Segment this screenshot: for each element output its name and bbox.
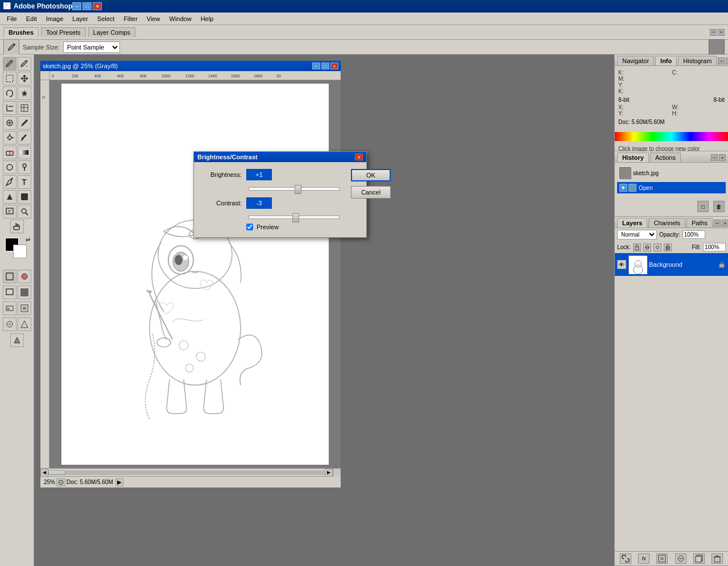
delete-layer-btn[interactable] xyxy=(712,553,723,564)
dodge-btn[interactable] xyxy=(18,160,31,174)
background-color[interactable] xyxy=(13,245,27,258)
scroll-left-btn[interactable]: ◀ xyxy=(40,469,48,477)
zoom-out-btn[interactable] xyxy=(56,478,65,486)
tab-layers[interactable]: Layers xyxy=(617,218,647,228)
tab-actions[interactable]: Actions xyxy=(650,152,681,162)
menu-window[interactable]: Window xyxy=(165,14,196,23)
screen-mode-btn[interactable] xyxy=(3,286,16,299)
tab-info[interactable]: Info xyxy=(655,56,677,65)
text-tool-btn[interactable]: T xyxy=(18,175,31,189)
opacity-input[interactable] xyxy=(682,230,705,239)
doc-maximize-btn[interactable]: □ xyxy=(321,63,329,69)
info-icon[interactable] xyxy=(709,39,725,55)
tab-navigator[interactable]: Navigator xyxy=(617,56,654,65)
clone-stamp-btn[interactable] xyxy=(3,131,16,144)
lock-transparent-btn[interactable] xyxy=(633,243,641,251)
extra-tool-3[interactable] xyxy=(3,317,16,331)
extra-tool-2[interactable] xyxy=(18,301,31,315)
rectangular-marquee-btn[interactable] xyxy=(3,72,16,85)
heal-tool-btn[interactable] xyxy=(3,116,16,130)
tab-channels[interactable]: Channels xyxy=(648,218,685,228)
minimize-button[interactable]: ─ xyxy=(72,2,81,10)
info-panel-minimize[interactable]: ─ xyxy=(718,57,725,64)
normal-mode-btn[interactable] xyxy=(3,270,16,283)
canvas-viewport[interactable] xyxy=(49,80,341,468)
menu-image[interactable]: Image xyxy=(42,14,68,23)
close-button[interactable]: × xyxy=(93,2,102,10)
history-panel-minimize[interactable]: ─ xyxy=(711,154,718,161)
sample-size-select[interactable]: Point Sample 3 by 3 Average 5 by 5 Avera… xyxy=(63,42,120,53)
bc-close-btn[interactable]: × xyxy=(355,154,363,160)
quick-mask-btn[interactable] xyxy=(18,270,31,283)
extra-tool-1[interactable] xyxy=(3,301,16,315)
crop-tool-btn[interactable] xyxy=(3,101,16,115)
panel-minimize-btn[interactable]: ─ xyxy=(710,29,717,36)
tab-brushes[interactable]: Brushes xyxy=(3,27,39,37)
zoom-tool-btn[interactable] xyxy=(18,205,31,218)
lock-all-btn[interactable] xyxy=(664,243,672,251)
menu-select[interactable]: Select xyxy=(93,14,119,23)
history-delete-btn[interactable]: 🗑 xyxy=(713,201,725,212)
blur-btn[interactable] xyxy=(3,160,16,174)
layer-effects-btn[interactable]: fx xyxy=(638,553,650,564)
swap-colors-btn[interactable]: ⇄ xyxy=(26,237,30,243)
bc-ok-btn[interactable]: OK xyxy=(351,169,391,181)
contrast-slider-thumb[interactable] xyxy=(292,213,299,222)
menu-layer[interactable]: Layer xyxy=(68,14,93,23)
history-new-snapshot-btn[interactable]: □ xyxy=(697,201,709,212)
pen-tool-btn[interactable] xyxy=(3,175,16,189)
magic-wand-btn[interactable] xyxy=(18,86,31,100)
fill-input[interactable] xyxy=(703,243,726,251)
shape-tool-btn[interactable] xyxy=(18,190,31,204)
contrast-input[interactable]: -3 xyxy=(246,197,272,209)
info-panel-close[interactable]: × xyxy=(726,57,728,64)
history-open-item[interactable]: Open xyxy=(617,182,726,193)
color-sampler-tool-btn[interactable]: + xyxy=(18,57,31,71)
lock-position-btn[interactable] xyxy=(653,243,661,251)
blend-mode-select[interactable]: Normal Multiply Screen Overlay xyxy=(617,230,657,239)
scroll-thumb-h[interactable] xyxy=(48,470,65,475)
extra-tool-5[interactable] xyxy=(10,333,24,347)
brush-tool-btn[interactable] xyxy=(18,116,31,130)
extra-tool-4[interactable] xyxy=(18,317,31,331)
doc-close-btn[interactable]: × xyxy=(330,63,338,69)
menu-edit[interactable]: Edit xyxy=(22,14,42,23)
horizontal-scrollbar[interactable]: ◀ ▶ xyxy=(40,468,341,476)
new-layer-btn[interactable] xyxy=(693,553,705,564)
new-adjustment-layer-btn[interactable] xyxy=(675,553,686,564)
preview-checkbox[interactable] xyxy=(246,224,253,230)
layers-panel-minimize[interactable]: ─ xyxy=(714,220,721,226)
status-arrow-btn[interactable]: ▶ xyxy=(115,478,123,486)
full-screen-btn[interactable] xyxy=(18,286,31,299)
brightness-input[interactable]: +1 xyxy=(246,169,272,180)
maximize-button[interactable]: □ xyxy=(82,2,92,10)
tab-history[interactable]: History xyxy=(617,152,649,162)
layer-background[interactable]: 👁 Background xyxy=(615,253,728,276)
layer-mask-btn[interactable] xyxy=(656,553,668,564)
tab-layer-comps[interactable]: Layer Comps xyxy=(88,27,135,37)
menu-file[interactable]: File xyxy=(2,14,22,23)
hand-tool-btn[interactable] xyxy=(10,220,24,233)
menu-help[interactable]: Help xyxy=(196,14,218,23)
brightness-slider-thumb[interactable] xyxy=(295,185,301,194)
gradient-btn[interactable] xyxy=(18,146,31,159)
history-brush-btn[interactable] xyxy=(18,131,31,144)
menu-filter[interactable]: Filter xyxy=(119,14,142,23)
layers-panel-close[interactable]: × xyxy=(722,220,728,226)
panel-close-btn[interactable]: × xyxy=(718,29,725,36)
eyedropper-tool-btn[interactable] xyxy=(3,57,16,71)
path-select-btn[interactable] xyxy=(3,190,16,204)
history-panel-close[interactable]: × xyxy=(719,154,726,161)
bc-cancel-btn[interactable]: Cancel xyxy=(351,186,391,199)
notes-tool-btn[interactable] xyxy=(3,205,16,218)
lock-image-btn[interactable] xyxy=(643,243,651,251)
slice-tool-btn[interactable] xyxy=(18,101,31,115)
tab-paths[interactable]: Paths xyxy=(686,218,713,228)
lasso-tool-btn[interactable] xyxy=(3,86,16,100)
doc-minimize-btn[interactable]: ─ xyxy=(312,63,320,69)
layer-link-btn[interactable] xyxy=(620,553,631,564)
tab-histogram[interactable]: Histogram xyxy=(678,56,717,65)
move-tool-btn[interactable] xyxy=(18,72,31,85)
tab-tool-presets[interactable]: Tool Presets xyxy=(41,27,86,37)
menu-view[interactable]: View xyxy=(142,14,165,23)
